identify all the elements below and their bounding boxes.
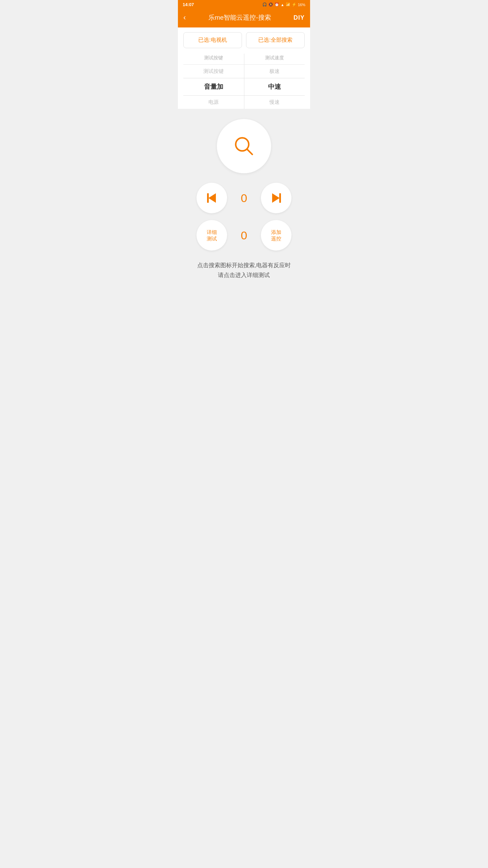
status-time: 14:07 [183, 2, 194, 7]
count-display-2: 0 [234, 229, 254, 242]
count-display-1: 0 [234, 192, 254, 205]
key-picker[interactable]: 测试按键 音量加 电源 [183, 65, 244, 109]
speed-item-mid[interactable]: 中速 [244, 78, 305, 96]
key-item-volume-label: 测试按键 [183, 65, 244, 78]
search-button[interactable] [217, 119, 271, 173]
svg-line-1 [247, 150, 252, 155]
speed-item-fast: 极速 [244, 65, 305, 78]
key-item-power: 电源 [183, 96, 244, 109]
svg-rect-5 [279, 193, 281, 203]
next-icon [270, 192, 282, 204]
svg-marker-2 [208, 193, 216, 203]
speed-item-slow: 慢速 [244, 96, 305, 109]
speed-picker[interactable]: 极速 中速 慢速 [244, 65, 305, 109]
test-key-label: 测试按键 [183, 54, 244, 62]
selector-row: 已选:电视机 已选:全部搜索 [183, 32, 305, 48]
detail-test-button[interactable]: 详细 测试 [197, 220, 227, 251]
add-remote-button[interactable]: 添加 遥控 [261, 220, 291, 251]
status-bar: 14:07 🎧 🔕 ⏰ ▲ 📶 ⚡ 16% [178, 0, 310, 9]
search-icon [232, 134, 256, 158]
prev-button[interactable] [197, 183, 227, 213]
remote-section: 0 详细 测试 0 添加 遥控 点击搜索图标开始搜索,电器有反应时 请点击进入详… [178, 109, 310, 287]
app-header: ‹ 乐me智能云遥控-搜索 DIY [178, 9, 310, 27]
info-text: 点击搜索图标开始搜索,电器有反应时 请点击进入详细测试 [194, 261, 294, 280]
headphone-icon: 🎧 [262, 2, 267, 7]
control-row-2: 详细 测试 0 添加 遥控 [183, 220, 305, 251]
svg-rect-3 [207, 193, 209, 203]
device-selector[interactable]: 已选:电视机 [183, 32, 242, 48]
status-icons: 🎧 🔕 ⏰ ▲ 📶 ⚡ 16% [262, 2, 305, 7]
page-title: 乐me智能云遥控-搜索 [208, 13, 271, 22]
diy-button[interactable]: DIY [293, 14, 305, 21]
next-button[interactable] [261, 183, 291, 213]
mute-icon: 🔕 [268, 2, 273, 7]
picker-labels: 测试按键 测试速度 [183, 54, 305, 65]
control-row-1: 0 [183, 183, 305, 213]
svg-marker-4 [272, 193, 280, 203]
test-speed-label: 测试速度 [244, 54, 305, 62]
back-button[interactable]: ‹ [183, 13, 186, 22]
charging-icon: ⚡ [292, 2, 297, 7]
picker-section: 测试按键 音量加 电源 极速 中速 慢速 [183, 65, 305, 109]
search-selector[interactable]: 已选:全部搜索 [246, 32, 305, 48]
prev-icon [206, 192, 218, 204]
settings-section: 已选:电视机 已选:全部搜索 测试按键 测试速度 测试按键 音量加 电源 极速 … [178, 27, 310, 109]
add-remote-label: 添加 遥控 [271, 229, 281, 242]
detail-test-label: 详细 测试 [207, 229, 217, 242]
battery-text: 16% [298, 3, 305, 7]
signal-icon: 📶 [286, 2, 290, 7]
alarm-icon: ⏰ [274, 2, 279, 7]
wifi-icon: ▲ [281, 3, 284, 7]
key-item-volume-up[interactable]: 音量加 [183, 78, 244, 96]
